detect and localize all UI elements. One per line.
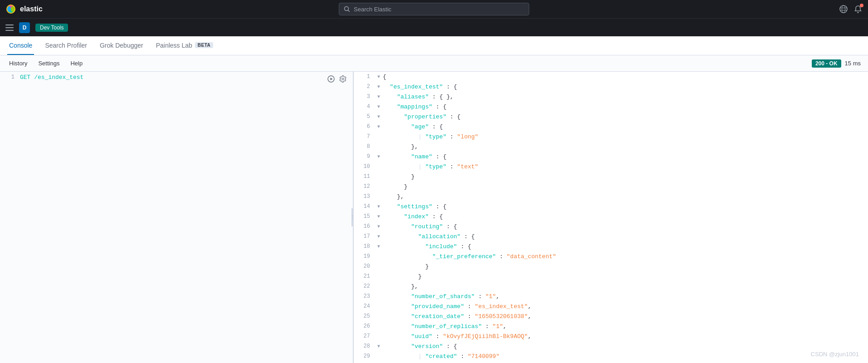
r-content-23: "number_of_shards" : "1", bbox=[383, 293, 499, 300]
svg-point-3 bbox=[7, 6, 11, 12]
response-line-24: 24 "provided_name" : "es_index_test", bbox=[354, 301, 868, 311]
tab-painless-lab[interactable]: Painless Lab BETA bbox=[154, 36, 215, 55]
svg-line-6 bbox=[348, 10, 350, 12]
fold-btn-15[interactable]: ▼ bbox=[375, 213, 382, 220]
editor-actions bbox=[327, 74, 347, 83]
tab-grok-debugger-label: Grok Debugger bbox=[100, 42, 143, 49]
editor-line-1: 1 GET /es_index_test bbox=[0, 72, 353, 83]
fold-btn-28[interactable]: ▼ bbox=[375, 343, 382, 349]
fold-btn-20 bbox=[375, 263, 382, 270]
tab-console[interactable]: Console bbox=[7, 36, 34, 55]
response-line-25: 25 "creation_date" : "1650532061038", bbox=[354, 311, 868, 321]
tab-grok-debugger[interactable]: Grok Debugger bbox=[98, 36, 145, 55]
r-line-num-12: 12 bbox=[357, 183, 370, 190]
response-line-7: 7 | "type" : "long" bbox=[354, 132, 868, 142]
svg-point-8 bbox=[842, 5, 845, 13]
response-line-5: 5▼ "properties" : { bbox=[354, 112, 868, 122]
r-content-14: "settings" : { bbox=[383, 203, 446, 210]
fold-btn-16[interactable]: ▼ bbox=[375, 223, 382, 230]
fold-btn-18[interactable]: ▼ bbox=[375, 243, 382, 250]
wrench-button[interactable] bbox=[338, 74, 347, 83]
elastic-logo-text: elastic bbox=[20, 5, 43, 13]
response-line-27: 27 "uuid" : "kOvyfJEjQiilhBl-Bk9AOQ", bbox=[354, 331, 868, 341]
svg-rect-12 bbox=[5, 27, 14, 28]
response-line-10: 10 | "type" : "text" bbox=[354, 162, 868, 172]
help-globe-icon[interactable] bbox=[839, 5, 848, 14]
r-content-17: "allocation" : { bbox=[383, 233, 475, 240]
notification-icon[interactable] bbox=[853, 5, 863, 14]
response-line-15: 15▼ "index" : { bbox=[354, 211, 868, 221]
status-badge-area: 200 - OK 15 ms bbox=[812, 59, 861, 68]
r-content-2: "es_index_test" : { bbox=[383, 83, 457, 90]
fold-btn-24 bbox=[375, 303, 382, 309]
history-button[interactable]: History bbox=[7, 59, 29, 68]
r-line-num-10: 10 bbox=[357, 163, 370, 170]
response-line-26: 26 "number_of_replicas" : "1", bbox=[354, 321, 868, 331]
search-bar[interactable]: Search Elastic bbox=[339, 3, 529, 15]
r-content-8: }, bbox=[383, 143, 418, 150]
search-placeholder: Search Elastic bbox=[354, 6, 391, 13]
fold-btn-7 bbox=[375, 133, 382, 140]
svg-point-7 bbox=[840, 5, 847, 13]
r-line-num-18: 18 bbox=[357, 243, 370, 250]
r-content-21: } bbox=[383, 273, 422, 280]
run-button[interactable] bbox=[327, 74, 336, 83]
response-line-9: 9▼ "name" : { bbox=[354, 152, 868, 162]
r-line-num-15: 15 bbox=[357, 213, 370, 220]
response-line-4: 4▼ "mappings" : { bbox=[354, 102, 868, 112]
fold-btn-17[interactable]: ▼ bbox=[375, 233, 382, 240]
r-line-num-20: 20 bbox=[357, 263, 370, 270]
fold-btn-8 bbox=[375, 143, 382, 150]
r-content-22: }, bbox=[383, 283, 418, 290]
fold-btn-14[interactable]: ▼ bbox=[375, 203, 382, 210]
response-line-6: 6▼ "age" : { bbox=[354, 122, 868, 132]
fold-btn-3[interactable]: ▼ bbox=[375, 93, 382, 100]
response-line-28: 28▼ "version" : { bbox=[354, 341, 868, 351]
r-line-num-7: 7 bbox=[357, 133, 370, 140]
r-line-num-4: 4 bbox=[357, 103, 370, 110]
fold-btn-2[interactable]: ▼ bbox=[375, 83, 382, 90]
response-line-23: 23 "number_of_shards" : "1", bbox=[354, 291, 868, 301]
beta-badge: BETA bbox=[195, 42, 213, 48]
r-line-num-21: 21 bbox=[357, 273, 370, 280]
r-content-6: "age" : { bbox=[383, 123, 443, 130]
r-line-num-27: 27 bbox=[357, 333, 370, 339]
response-line-12: 12 } bbox=[354, 182, 868, 191]
fold-btn-13 bbox=[375, 193, 382, 200]
fold-btn-5[interactable]: ▼ bbox=[375, 113, 382, 120]
r-content-3: "aliases" : { }, bbox=[383, 93, 454, 100]
elastic-logo[interactable]: elastic bbox=[5, 4, 43, 15]
dev-tools-badge[interactable]: Dev Tools bbox=[35, 24, 68, 32]
fold-btn-1[interactable]: ▼ bbox=[375, 74, 382, 80]
divider-handle[interactable]: ⋮ bbox=[351, 208, 353, 226]
response-line-14: 14▼ "settings" : { bbox=[354, 201, 868, 211]
hamburger-button[interactable] bbox=[5, 25, 14, 31]
r-line-num-29: 29 bbox=[357, 353, 370, 359]
response-panel: 1▼{2▼ "es_index_test" : {3▼ "aliases" : … bbox=[354, 72, 868, 363]
tab-search-profiler-label: Search Profiler bbox=[45, 42, 87, 49]
r-line-num-26: 26 bbox=[357, 323, 370, 329]
response-line-30: 30 } bbox=[354, 361, 868, 363]
fold-btn-6[interactable]: ▼ bbox=[375, 123, 382, 130]
fold-btn-11 bbox=[375, 173, 382, 180]
time-badge: 15 ms bbox=[845, 60, 861, 67]
r-content-29: | "created" : "7140099" bbox=[383, 353, 499, 360]
r-content-9: "name" : { bbox=[383, 153, 446, 160]
response-line-22: 22 }, bbox=[354, 281, 868, 291]
r-content-1: { bbox=[383, 74, 386, 80]
fold-btn-9[interactable]: ▼ bbox=[375, 153, 382, 160]
fold-btn-26 bbox=[375, 323, 382, 329]
help-button[interactable]: Help bbox=[68, 59, 84, 68]
r-line-num-19: 19 bbox=[357, 253, 370, 260]
response-line-8: 8 }, bbox=[354, 142, 868, 152]
response-line-3: 3▼ "aliases" : { }, bbox=[354, 92, 868, 102]
settings-button[interactable]: Settings bbox=[36, 59, 61, 68]
r-line-num-2: 2 bbox=[357, 83, 370, 90]
line-number-1: 1 bbox=[4, 74, 15, 80]
tab-search-profiler[interactable]: Search Profiler bbox=[43, 36, 89, 55]
r-line-num-6: 6 bbox=[357, 123, 370, 130]
editor-content-1[interactable]: GET /es_index_test bbox=[20, 74, 83, 81]
fold-btn-4[interactable]: ▼ bbox=[375, 103, 382, 110]
svg-marker-15 bbox=[331, 78, 333, 80]
user-avatar[interactable]: D bbox=[19, 22, 30, 33]
